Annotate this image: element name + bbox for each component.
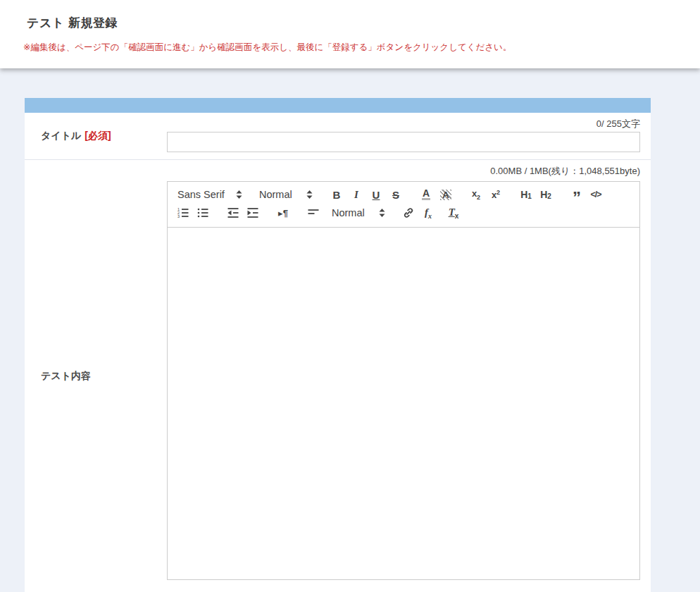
content-size-info: 0.00MB / 1MB(残り：1,048,551byte) [167, 165, 640, 178]
header2-icon: H2 [540, 189, 551, 200]
underline-button[interactable]: U [366, 186, 386, 203]
header1-icon: H1 [520, 189, 532, 200]
blockquote-icon: ” [573, 187, 580, 202]
outdent-button[interactable] [223, 204, 243, 221]
strikethrough-icon: S [392, 189, 399, 201]
align-icon [307, 206, 320, 219]
code-block-button[interactable]: </> [586, 186, 606, 203]
clean-format-button[interactable]: Tx [444, 204, 463, 221]
bold-button[interactable]: B [327, 186, 346, 203]
title-row: タイトル [必須] 0/ 255文字 [25, 113, 651, 160]
title-label-cell: タイトル [必須] [25, 113, 167, 159]
font-family-picker-label: Sans Serif [177, 189, 225, 200]
toolbar-row-2: 123 [173, 204, 634, 222]
clean-format-icon: Tx [449, 206, 459, 220]
page-header: テスト 新規登録 ※編集後は、ページ下の「確認画面に進む」から確認画面を表示し、… [0, 0, 700, 68]
bold-icon: B [333, 189, 341, 201]
ordered-list-icon: 123 [177, 206, 189, 219]
title-label: タイトル [41, 130, 81, 142]
blockquote-button[interactable]: ” [566, 186, 586, 203]
text-color-button[interactable]: A [416, 186, 436, 203]
header-group: H1 H2 [516, 186, 556, 203]
line-height-picker[interactable]: Normal [327, 204, 388, 221]
inline-format-group: B I U S [327, 186, 406, 203]
page-title: テスト 新規登録 [0, 0, 700, 31]
title-field-cell: 0/ 255文字 [167, 113, 651, 159]
superscript-icon: x2 [492, 189, 500, 200]
title-input[interactable] [167, 132, 640, 152]
ordered-list-button[interactable]: 123 [173, 204, 193, 221]
bullet-list-icon [196, 206, 209, 219]
content-row: テスト内容 0.00MB / 1MB(残り：1,048,551byte) San… [25, 160, 651, 592]
picker-arrows-icon [236, 190, 242, 199]
align-button[interactable] [304, 204, 323, 221]
indent-group [223, 204, 263, 221]
superscript-button[interactable]: x2 [486, 186, 506, 203]
text-color-icon: A [422, 189, 430, 200]
font-size-picker-label: Normal [259, 189, 292, 200]
toolbar-row-1: Sans Serif Normal B [173, 185, 634, 204]
strikethrough-button[interactable]: S [386, 186, 406, 203]
outdent-icon [227, 206, 239, 219]
line-height-picker-label: Normal [332, 207, 365, 218]
italic-button[interactable]: I [346, 186, 366, 203]
indent-icon [246, 206, 259, 219]
picker-arrows-icon [306, 190, 313, 199]
registration-form: タイトル [必須] 0/ 255文字 テスト内容 0.00MB / 1MB(残り… [25, 98, 651, 592]
editor-content-area[interactable] [168, 228, 639, 579]
content-label: テスト内容 [41, 370, 91, 383]
formula-button[interactable]: fx [418, 204, 438, 221]
script-group: x2 x2 [466, 186, 506, 203]
font-size-picker[interactable]: Normal [255, 186, 315, 203]
editor-toolbar: Sans Serif Normal B [168, 182, 639, 228]
italic-icon: I [354, 189, 358, 201]
align-group: Normal [304, 204, 388, 221]
background-color-icon: A [440, 190, 451, 200]
block-group: ” </> [566, 186, 606, 203]
rich-text-editor: Sans Serif Normal B [167, 181, 640, 580]
content-field-cell: 0.00MB / 1MB(残り：1,048,551byte) Sans Seri… [167, 160, 651, 592]
svg-text:3: 3 [177, 214, 180, 218]
subscript-button[interactable]: x2 [466, 186, 486, 203]
background-color-button[interactable]: A [436, 186, 456, 203]
list-group: 123 [173, 204, 213, 221]
font-family-picker[interactable]: Sans Serif [173, 186, 245, 203]
formula-icon: fx [425, 206, 432, 220]
header2-button[interactable]: H2 [536, 186, 556, 203]
indent-button[interactable] [243, 204, 263, 221]
bullet-list-button[interactable] [193, 204, 213, 221]
color-group: A A [416, 186, 456, 203]
text-direction-button[interactable]: ▸¶ [273, 204, 293, 221]
link-button[interactable] [399, 204, 418, 221]
direction-group: ▸¶ [273, 204, 293, 221]
direction-icon: ▸¶ [278, 208, 288, 218]
underline-icon: U [373, 189, 380, 201]
edit-notice-text: ※編集後は、ページ下の「確認画面に進む」から確認画面を表示し、最後に「登録する」… [0, 31, 700, 54]
subscript-icon: x2 [472, 188, 480, 201]
header1-button[interactable]: H1 [516, 186, 536, 203]
title-char-counter: 0/ 255文字 [167, 118, 640, 130]
link-icon [402, 206, 415, 219]
picker-arrows-icon [379, 208, 385, 218]
code-block-icon: </> [590, 190, 601, 199]
insert-group: fx Tx [399, 204, 463, 221]
content-label-cell: テスト内容 [25, 160, 167, 592]
form-accent-bar [25, 98, 651, 113]
required-badge: [必須] [85, 130, 111, 142]
